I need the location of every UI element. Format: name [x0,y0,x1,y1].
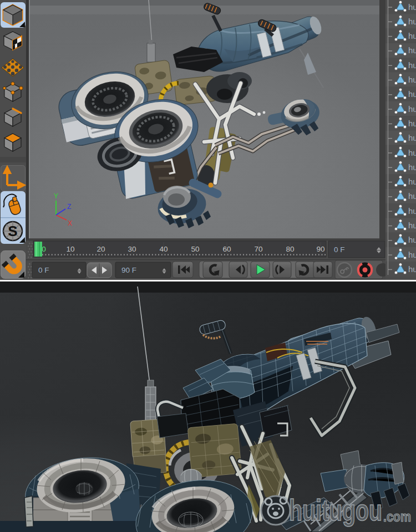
svg-text:hu: hu [408,206,416,216]
svg-text:30: 30 [128,245,136,253]
svg-text:hu: hu [408,45,416,55]
svg-text:hu: hu [408,250,416,259]
svg-text:hu: hu [408,264,416,274]
svg-text:hu: hu [408,221,416,230]
svg-text:hu: hu [408,191,416,201]
svg-text:hu: hu [408,235,416,244]
svg-text:70: 70 [254,245,262,253]
svg-text:Z: Z [67,203,71,211]
svg-text:90: 90 [316,245,324,253]
svg-text:60: 60 [222,245,231,253]
svg-text:hu: hu [408,60,416,70]
svg-text:0 F: 0 F [38,266,49,274]
svg-text:Y: Y [54,192,58,200]
svg-text:10: 10 [66,245,74,253]
svg-text:hu: hu [408,177,416,186]
svg-text:hu: hu [408,133,416,142]
svg-text:X: X [68,219,72,227]
svg-text:hu: hu [408,17,416,26]
svg-text:20: 20 [97,245,105,253]
svg-text:0: 0 [42,245,46,253]
svg-text:50: 50 [191,245,199,253]
svg-text:hu: hu [408,2,416,12]
svg-text:hu: hu [408,148,416,157]
svg-text:hu: hu [408,31,416,40]
svg-text:90 F: 90 F [121,266,136,274]
svg-text:hu: hu [408,75,416,84]
svg-text:hu: hu [408,104,416,114]
svg-text:.com: .com [383,508,411,525]
svg-text:huitugou: huitugou [289,493,382,526]
svg-text:40: 40 [159,245,168,253]
svg-text:hu: hu [408,162,416,172]
svg-text:hu: hu [408,89,416,99]
svg-text:80: 80 [286,245,294,253]
svg-text:hu: hu [408,119,416,128]
svg-text:S: S [8,223,17,239]
svg-text:0 F: 0 F [334,245,345,254]
